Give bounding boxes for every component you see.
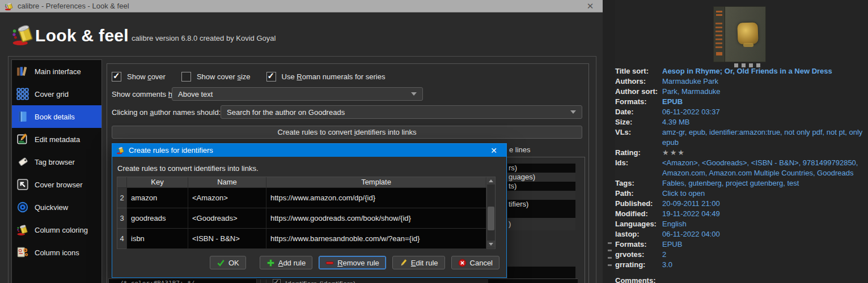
column-header-template: Template xyxy=(266,177,486,188)
languages-link[interactable]: English xyxy=(662,219,865,229)
table-scrollbar[interactable] xyxy=(486,177,495,248)
scroll-up-button[interactable] xyxy=(487,177,495,185)
sidebar-item-column-icons[interactable]: Column icons xyxy=(12,241,101,264)
sidebar-item-label: Cover grid xyxy=(35,90,69,98)
cell-key[interactable]: isbn xyxy=(127,229,188,249)
create-rules-button[interactable]: Create rules to convert identifiers into… xyxy=(112,126,582,139)
field-label: Authors: xyxy=(615,76,662,87)
cancel-button-label: Cancel xyxy=(470,259,493,267)
divider xyxy=(260,280,261,283)
date-value: 06-11-2022 03:37 xyxy=(662,107,865,117)
remove-rule-button[interactable]: Remove rule xyxy=(319,256,386,269)
cell-template[interactable]: https://www.goodreads.com/book/show/{id} xyxy=(266,208,486,229)
field-label: Formats: xyxy=(615,97,662,107)
sidebar-item-main-interface[interactable]: Main interface xyxy=(12,60,101,83)
dialog-close-button[interactable]: ✕ xyxy=(485,146,502,155)
field-label: Published: xyxy=(615,199,662,209)
field-label: Author sort: xyxy=(615,87,662,97)
sidebar-item-label: Column icons xyxy=(35,248,79,257)
partial-field xyxy=(488,278,578,283)
scroll-down-button[interactable] xyxy=(487,241,495,248)
splitter-handle[interactable] xyxy=(608,242,612,244)
list-item[interactable] xyxy=(507,191,575,200)
create-rules-button-label: Create rules to convert identifiers into… xyxy=(278,128,417,136)
cell-template[interactable]: https://www.amazon.com/dp/{id} xyxy=(266,188,486,208)
grvotes-value: 2 xyxy=(662,250,865,260)
field-label: Size: xyxy=(615,117,662,127)
eye-icon xyxy=(16,201,29,213)
window-close-button[interactable]: ✕ xyxy=(582,1,598,11)
splitter-handle[interactable] xyxy=(608,250,612,251)
cell-key[interactable]: amazon xyxy=(127,188,188,208)
triangle-up-icon xyxy=(489,179,493,182)
cell-name[interactable]: <Amazon> xyxy=(188,188,266,208)
screen: calibre - Preferences - Look & feel ✕ Lo… xyxy=(0,0,868,283)
checkbox-row: Show cover Show cover size Use Roman num… xyxy=(112,72,395,82)
cell-name[interactable]: <ISBN - B&N> xyxy=(188,229,266,249)
comments-heading-dropdown[interactable]: Above text xyxy=(172,87,423,101)
template-code-text: /* color:#BA31B7; */ xyxy=(120,280,194,283)
card-gears-icon xyxy=(16,246,29,259)
field-label: grvotes: xyxy=(615,250,662,260)
sidebar-item-quickview[interactable]: Quickview xyxy=(12,196,101,218)
identifiers-checkbox[interactable] xyxy=(273,279,281,283)
edit-rule-button[interactable]: Edit rule xyxy=(392,256,445,269)
list-item[interactable] xyxy=(507,209,575,218)
sidebar-item-label: Cover browser xyxy=(35,181,83,189)
field-label: Ids: xyxy=(615,158,662,178)
sidebar-item-label: Tag browser xyxy=(35,158,75,166)
list-item[interactable]: rs) xyxy=(507,164,575,173)
calibre-logo-icon xyxy=(116,146,125,155)
tags-links[interactable]: Fables, gutenberg, project gutenberg, te… xyxy=(662,178,865,188)
grid-icon xyxy=(16,88,29,100)
formats2-link[interactable]: EPUB xyxy=(662,239,865,250)
sidebar-item-tag-browser[interactable]: Tag browser xyxy=(12,151,101,173)
list-item[interactable]: guages) xyxy=(507,173,575,182)
show-cover-checkbox[interactable] xyxy=(112,72,121,82)
add-rule-button[interactable]: Add rule xyxy=(260,256,312,269)
author-sort-value: Park, Marmaduke xyxy=(662,87,865,97)
splitter-handle[interactable] xyxy=(608,264,612,266)
sidebar-item-cover-grid[interactable]: Cover grid xyxy=(12,83,101,105)
list-item[interactable]: tifiers) xyxy=(507,200,575,209)
comments-heading-value: Above text xyxy=(178,90,213,98)
triangle-down-icon xyxy=(489,243,493,246)
sidebar-item-cover-browser[interactable]: Cover browser xyxy=(12,173,101,196)
field-label: Modified: xyxy=(615,209,662,219)
book-cover-image[interactable] xyxy=(713,6,766,62)
minus-icon xyxy=(325,259,334,267)
field-label: Languages: xyxy=(615,219,662,229)
sidebar-item-book-details[interactable]: Book details xyxy=(12,105,101,128)
path-link[interactable]: Click to open xyxy=(662,188,865,199)
cell-key[interactable]: goodreads xyxy=(127,208,188,229)
cell-name[interactable]: <Goodreads> xyxy=(188,208,266,229)
rating-stars: ★★★ xyxy=(662,148,865,158)
partial-list: rs) guages) ts) tifiers) ) xyxy=(507,164,575,230)
cell-template[interactable]: https://www.barnesandnoble.com/w/?ean={i… xyxy=(266,229,486,249)
grrating-value: 3.0 xyxy=(662,260,865,270)
author-click-dropdown[interactable]: Search for the author on Goodreads xyxy=(221,105,582,119)
list-item[interactable]: ts) xyxy=(507,182,575,191)
formats-link[interactable]: EPUB xyxy=(662,97,865,107)
vls-links[interactable]: amz-gr, epub, identifier:amazon:true, no… xyxy=(662,127,865,148)
sidebar-item-column-coloring[interactable]: Column coloring xyxy=(12,218,101,241)
lastop-value: 06-11-2022 04:00 xyxy=(662,229,865,239)
ids-links[interactable]: <Amazon>, <Goodreads>, <ISBN - B&N>, 978… xyxy=(662,158,865,178)
show-cover-label: Show cover xyxy=(127,72,166,81)
cancel-circle-icon xyxy=(458,259,467,267)
remove-rule-button-label: Remove rule xyxy=(337,259,379,267)
spine-ornament xyxy=(715,23,722,49)
show-cover-size-checkbox[interactable] xyxy=(181,72,191,82)
roman-numerals-checkbox[interactable] xyxy=(266,72,276,82)
field-label: lastop: xyxy=(615,229,662,239)
list-item[interactable]: ) xyxy=(507,218,575,230)
comments-label: Comments: xyxy=(615,276,656,283)
authors-link[interactable]: Marmaduke Park xyxy=(662,76,865,87)
cancel-button[interactable]: Cancel xyxy=(451,256,499,269)
sidebar-item-edit-metadata[interactable]: Edit metadata xyxy=(12,128,101,151)
metadata-table: Title sort: Aesop in Rhyme; Or, Old Frie… xyxy=(615,66,866,270)
spine-ornament xyxy=(716,14,722,16)
scrollbar-thumb[interactable] xyxy=(488,207,494,230)
ok-button[interactable]: OK xyxy=(210,256,246,269)
splitter-handle[interactable] xyxy=(608,257,612,259)
